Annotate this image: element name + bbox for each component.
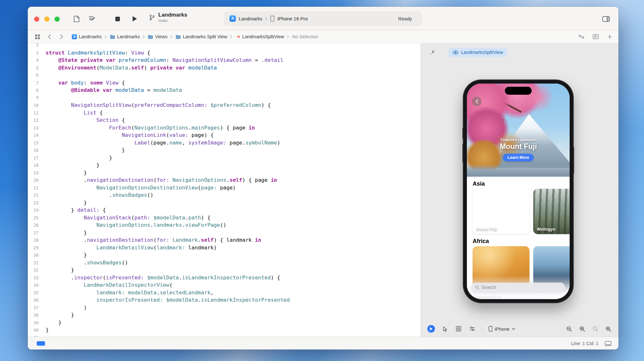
new-file-button[interactable] xyxy=(72,14,81,23)
stop-button[interactable] xyxy=(113,14,122,23)
line-number: 17 xyxy=(28,154,39,162)
add-editor-icon xyxy=(607,34,612,39)
code-line: 11 List { xyxy=(28,109,421,117)
line-number: 24 xyxy=(28,207,39,214)
window-controls xyxy=(34,17,60,22)
pin-preview-button[interactable] xyxy=(428,48,436,56)
compose-button[interactable] xyxy=(87,14,97,23)
code-line: 2 xyxy=(28,43,421,49)
line-number: 22 xyxy=(28,192,39,199)
code-line: 15 Label(page.name, systemImage: page.sy… xyxy=(28,139,421,147)
line-number: 11 xyxy=(28,109,39,117)
related-items-button[interactable] xyxy=(34,33,41,41)
selectable-mode-button[interactable] xyxy=(441,325,449,333)
code-line: 19 } xyxy=(28,169,421,177)
scheme-selector[interactable]: A Landmarks iPhone 16 Pro Ready xyxy=(224,11,422,26)
code-line: 26 NavigationOptions.landmarks.viewForPa… xyxy=(28,221,421,229)
related-items-icon xyxy=(35,34,40,40)
line-number: 21 xyxy=(28,184,39,192)
line-number: 14 xyxy=(28,132,39,139)
chevron-right-icon xyxy=(265,17,267,20)
code-line: 25 NavigationStack(path: $modelData.path… xyxy=(28,214,421,222)
landmark-card[interactable]: Wulingyu xyxy=(533,189,570,234)
go-back-button[interactable] xyxy=(46,33,53,41)
run-destination-label[interactable]: iPhone 16 Pro xyxy=(277,16,308,21)
add-editor-button[interactable] xyxy=(606,33,613,41)
preview-sections: AsiaMount FujiWulingyuAfricaSahara Deser… xyxy=(467,180,570,291)
code-line: 37 ) xyxy=(28,304,421,312)
jumpbar-items: ALandmarksLandmarksViewsLandmarks Split … xyxy=(72,34,318,39)
folder-icon xyxy=(176,34,181,39)
line-number: 8 xyxy=(28,87,39,94)
code-review-icon xyxy=(578,34,585,39)
breadcrumb-item[interactable]: ALandmarks xyxy=(72,34,102,39)
line-number: 25 xyxy=(28,214,39,222)
line-number: 4 xyxy=(28,57,39,64)
code-editor[interactable]: 23struct LandmarksSplitView: View {4 @St… xyxy=(28,43,421,337)
zoom-window-button[interactable] xyxy=(55,17,60,22)
activity-indicator xyxy=(37,341,45,346)
line-number: 41 xyxy=(28,334,39,337)
featured-title: Mount Fuji xyxy=(467,142,570,151)
code-line: 32 } xyxy=(28,266,421,274)
zoom-actual-button[interactable] xyxy=(591,325,599,333)
code-review-button[interactable] xyxy=(578,33,585,41)
search-placeholder: Search xyxy=(481,285,496,290)
folder-icon xyxy=(110,34,115,39)
code-line: 8 @Bindable var modelData = modelData xyxy=(28,86,421,94)
variants-button[interactable] xyxy=(455,325,462,333)
zoom-out-button[interactable] xyxy=(565,325,573,333)
line-number: 16 xyxy=(28,147,39,154)
breadcrumb-item[interactable]: No Selection xyxy=(292,34,318,39)
live-preview-button[interactable] xyxy=(427,325,435,333)
right-panel-toggle-button[interactable] xyxy=(601,14,611,23)
breadcrumb-item[interactable]: LandmarksSplitView xyxy=(235,34,284,39)
volume-button xyxy=(462,128,463,139)
build-status: Ready xyxy=(398,16,412,21)
power-button xyxy=(573,147,574,174)
jump-bar: ALandmarksLandmarksViewsLandmarks Split … xyxy=(28,30,618,43)
close-button[interactable] xyxy=(34,17,39,22)
go-forward-button[interactable] xyxy=(58,33,65,41)
breadcrumb-separator xyxy=(230,35,232,39)
preview-name-badge[interactable]: LandmarksSplitView xyxy=(448,48,507,57)
line-number: 6 xyxy=(28,71,39,79)
window-layout-button[interactable] xyxy=(605,341,611,346)
project-title: Landmarks xyxy=(158,11,187,18)
compose-icon xyxy=(88,15,95,22)
line-number: 38 xyxy=(28,312,39,319)
line-number: 35 xyxy=(28,289,39,297)
back-button[interactable] xyxy=(472,97,482,106)
code-line: 24 } detail: { xyxy=(28,206,421,214)
scheme-project-label[interactable]: Landmarks xyxy=(239,16,262,21)
editor-options-button[interactable] xyxy=(592,33,599,41)
minimize-button[interactable] xyxy=(44,17,49,22)
line-number: 33 xyxy=(28,274,39,282)
line-number: 9 xyxy=(28,94,39,102)
preview-screen[interactable]: Featured Landmark Mount Fuji Learn More … xyxy=(467,84,570,299)
preview-name-label: LandmarksSplitView xyxy=(461,50,503,55)
breadcrumb-item[interactable]: Landmarks Split View xyxy=(176,34,227,39)
code-line: 13 ForEach(NavigationOptions.mainPages) … xyxy=(28,124,421,132)
line-number: 18 xyxy=(28,162,39,169)
code-line: 6 xyxy=(28,71,421,79)
line-col-indicator: Line: 1 Col: 1 xyxy=(571,341,598,346)
device-settings-button[interactable] xyxy=(468,325,476,333)
selectable-mode-icon xyxy=(442,326,448,332)
search-field[interactable]: Search xyxy=(471,283,565,292)
zoom-fit-button[interactable] xyxy=(604,325,612,333)
run-button[interactable] xyxy=(130,14,139,23)
featured-landmark: Featured Landmark Mount Fuji Learn More xyxy=(467,138,570,161)
preview-device-selector[interactable]: iPhone xyxy=(489,326,515,332)
zoom-in-button[interactable] xyxy=(578,325,586,333)
xcode-window: Landmarks main A Landmarks iPhone 16 Pro… xyxy=(28,7,618,350)
breadcrumb-separator xyxy=(105,35,107,39)
breadcrumb-item[interactable]: Views xyxy=(148,34,167,39)
learn-more-button[interactable]: Learn More xyxy=(503,154,533,161)
folder-icon xyxy=(148,34,153,39)
landmark-card[interactable]: Mount Fuji xyxy=(473,189,529,234)
breadcrumb-item[interactable]: Landmarks xyxy=(110,34,140,39)
branch-icon xyxy=(149,14,155,21)
line-number: 28 xyxy=(28,237,39,244)
hero-image: Featured Landmark Mount Fuji Learn More xyxy=(467,84,570,177)
